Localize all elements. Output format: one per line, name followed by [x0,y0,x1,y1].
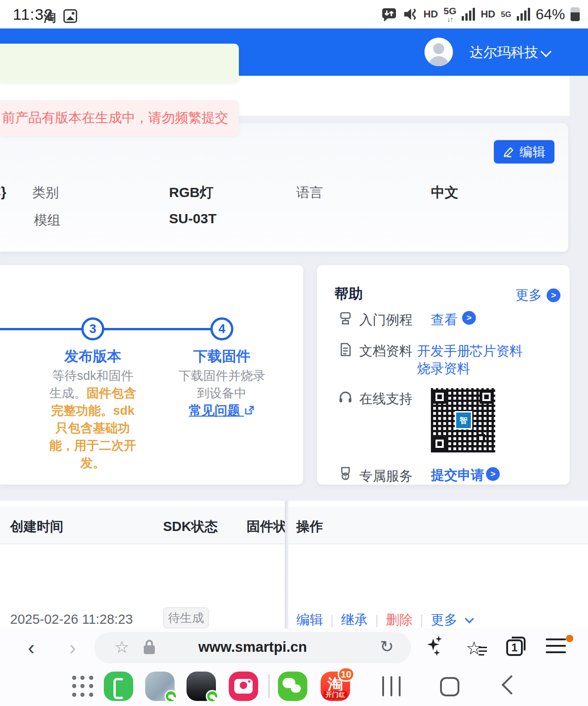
chevron-down-icon[interactable] [541,47,551,57]
step-3-description: 等待sdk和固件生成。固件包含完整功能。sdk只包含基础功能，用于二次开发。 [48,367,138,472]
dock-bar: 淘 开门红 10 [0,668,588,706]
table-header-row: 创建时间 SDK状态 固件状 操作 [0,507,588,544]
pencil-icon [503,146,515,158]
toast-warning-text: 前产品有版本在生成中，请勿频繁提交 [2,109,228,127]
home-button[interactable] [440,677,459,696]
5g-data-icon: 5G↓↑ [443,6,456,23]
avatar[interactable] [424,38,453,66]
field-value-category: RGB灯 [169,183,214,202]
browser-menu-button[interactable] [546,638,571,664]
taobao-notification-badge: 10 [338,667,355,682]
document-icon [338,342,353,357]
clipped-version-text: 本} [0,183,6,202]
phone-screen: 11:32 淘 HD 5G↓↑ HD 5G 64% 达尔玛科技 本} [0,0,588,706]
step-4-title: 下载固件 [167,347,277,366]
toast-success [0,44,239,83]
medal-icon: 1 [338,466,353,481]
wechat-app-icon[interactable] [278,672,307,701]
step-4-circle: 4 [210,317,233,340]
external-link-icon [244,405,255,416]
chip-docs-link[interactable]: 芯片资料 [469,342,523,361]
app-drawer-button[interactable] [70,673,96,699]
edit-button[interactable]: 编辑 [494,140,554,164]
bookmarks-icon[interactable]: ☆ [465,635,491,661]
account-name[interactable]: 达尔玛科技 [469,43,538,62]
contact-shortcut-2[interactable] [187,672,216,701]
support-qr-code: 智 [431,388,495,452]
versions-table: 创建时间 SDK状态 固件状 操作 2025-02-26 11:28:23 待生… [0,501,588,628]
contact-shortcut-1[interactable] [145,672,175,701]
action-more[interactable]: 更多 [431,611,458,629]
tabs-button[interactable]: 1 [503,635,529,661]
step-3-title: 发布版本 [38,347,148,366]
row-actions: 编辑 | 继承 | 删除 | 更多 [296,611,471,629]
help-row4-label: 专属服务 [359,467,413,486]
help-title: 帮助 [334,284,363,304]
signal-bars-icon-2 [517,8,530,21]
system-back-button[interactable] [502,675,521,695]
help-row1-label: 入门例程 [359,311,413,329]
browser-back-button[interactable]: ‹ [22,637,40,659]
browser-toolbar: ‹ › ☆ www.smartpi.cn ↻ ☆ 1 [0,628,588,668]
wechat-badge-icon [206,690,219,703]
headset-icon [338,390,353,405]
submit-application-link[interactable]: 提交申请 [431,466,484,485]
taobao-notification-icon: 淘 [44,9,56,26]
chevron-right-circle-icon[interactable]: > [462,311,476,325]
url-text[interactable]: www.smartpi.cn [94,639,411,655]
taobao-app-icon[interactable]: 淘 开门红 10 [321,672,350,701]
row-created-at: 2025-02-26 11:28:23 [10,612,133,627]
sdk-status-badge: 待生成 [163,607,209,628]
action-inherit[interactable]: 继承 [341,611,368,629]
field-label-language: 语言 [296,184,323,202]
help-row2-label: 文档资料 [359,342,413,361]
camera-app-icon[interactable] [229,672,258,701]
action-edit[interactable]: 编辑 [296,611,323,629]
signal-bars-icon [462,8,475,21]
help-card: 帮助 更多> 入门例程 查看 > 文档资料 开发手册 芯片资料 烧录资料 在线支… [317,265,570,485]
battery-icon [571,7,580,21]
chevron-right-circle-icon: > [547,288,560,302]
view-examples-link[interactable]: 查看 [431,311,458,329]
col-created: 创建时间 [10,518,63,536]
hd-indicator-2: HD [481,8,495,20]
faq-link[interactable]: 常见问题 [185,402,259,419]
svg-text:1: 1 [344,474,347,480]
toast-warning: 前产品有版本在生成中，请勿频繁提交 [0,100,239,136]
phone-app-icon[interactable] [104,672,133,701]
taobao-banner: 开门红 [323,691,347,699]
action-delete[interactable]: 删除 [386,611,413,629]
steps-progress-line [0,328,222,330]
field-label-module: 模组 [34,211,61,230]
product-info-card: 本} 编辑 类别 RGB灯 语言 中文 模组 SU-03T [0,123,568,252]
dev-manual-link[interactable]: 开发手册 [417,342,470,361]
status-bar: 11:32 淘 HD 5G↓↑ HD 5G 64% [0,0,588,28]
help-row3-label: 在线支持 [359,390,413,408]
help-more-link[interactable]: 更多> [515,286,560,305]
url-bar[interactable]: ☆ www.smartpi.cn ↻ [94,632,411,663]
dock-divider [268,674,270,698]
browser-forward-button[interactable]: › [63,637,82,659]
field-value-module: SU-03T [169,211,216,226]
refresh-icon[interactable]: ↻ [380,637,394,656]
fixed-column-divider [285,501,288,628]
qr-center-logo: 智 [455,411,472,429]
mute-vibrate-icon [402,6,418,22]
ai-assistant-icon[interactable] [423,635,448,661]
step-4-description: 下载固件并烧录到设备中 [177,367,267,402]
col-firmware-status: 固件状 [247,518,287,536]
menu-notification-dot [566,635,573,642]
chevron-right-circle-icon[interactable]: > [486,467,500,481]
col-sdk-status: SDK状态 [163,518,218,536]
5g-signal-icon: 5G [501,11,511,18]
hd-indicator: HD [424,8,438,20]
flashing-docs-link[interactable]: 烧录资料 [417,360,470,378]
recents-button[interactable] [382,676,401,696]
step-3-circle: 3 [81,317,104,340]
wechat-badge-icon [164,690,177,703]
tab-count: 1 [506,639,523,656]
edit-button-label: 编辑 [520,143,545,161]
field-value-language: 中文 [431,183,458,202]
example-icon [338,311,353,326]
workflow-steps-card: 3 4 发布版本 下载固件 等待sdk和固件生成。固件包含完整功能。sdk只包含… [0,265,303,485]
